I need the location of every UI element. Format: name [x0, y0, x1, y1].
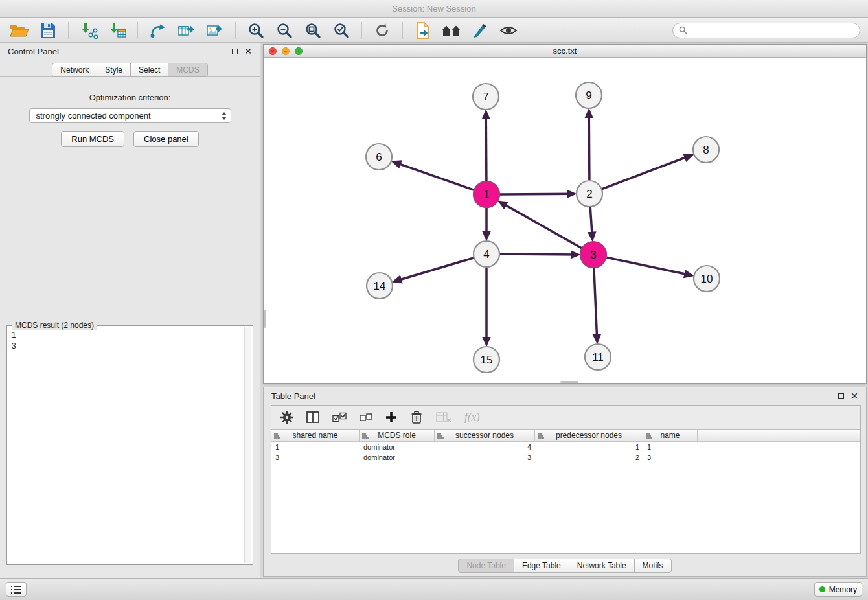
edge-3-11[interactable] [594, 268, 597, 341]
save-session-button[interactable] [36, 20, 60, 41]
column-header-MCDS-role[interactable]: MCDS role [360, 430, 435, 441]
run-mcds-button[interactable]: Run MCDS [61, 131, 124, 147]
search-field[interactable] [672, 23, 860, 38]
table-row[interactable]: 3dominator323 [271, 452, 860, 463]
select-all-button[interactable] [332, 408, 347, 427]
float-table-panel-icon[interactable] [838, 393, 844, 399]
column-edit-icon [274, 432, 280, 441]
search-input[interactable] [691, 26, 854, 35]
paint-style-button[interactable] [468, 20, 492, 41]
control-panel: Control Panel ✕ NetworkStyleSelectMCDS O… [0, 43, 260, 578]
zoom-in-button[interactable] [244, 20, 268, 41]
column-header-predecessor-nodes[interactable]: predecessor nodes [535, 430, 643, 441]
home-layout-button[interactable] [440, 20, 463, 41]
table-cell: 1 [271, 443, 360, 451]
edge-1-7[interactable] [486, 112, 486, 181]
show-columns-button[interactable] [306, 408, 319, 427]
node-8[interactable]: 8 [693, 137, 719, 163]
import-network-button[interactable] [77, 20, 100, 41]
node-1[interactable]: 1 [474, 181, 499, 207]
table-panel-header: Table Panel ✕ [264, 387, 866, 404]
open-session-button[interactable] [8, 20, 31, 41]
table-row[interactable]: 1dominator411 [271, 442, 860, 452]
tab-style[interactable]: Style [97, 63, 131, 77]
new-network-button[interactable] [146, 20, 170, 41]
tab-node-table[interactable]: Node Table [458, 559, 514, 573]
edge-2-9[interactable] [589, 111, 589, 180]
edge-3-1[interactable] [500, 202, 582, 248]
node-9[interactable]: 9 [576, 82, 602, 108]
edge-2-8[interactable] [602, 156, 692, 189]
node-7[interactable]: 7 [473, 84, 499, 110]
column-header-shared-name[interactable]: shared name [271, 430, 360, 441]
node-14[interactable]: 14 [367, 273, 393, 299]
window-titlebar[interactable]: Session: New Session [0, 0, 868, 18]
export-document-button[interactable] [411, 20, 435, 41]
close-window-button[interactable]: × [269, 47, 277, 55]
maximize-window-button[interactable]: + [295, 47, 303, 55]
network-window: × − + scc.txt 7968124314101511 [263, 44, 867, 384]
column-edit-icon [646, 432, 652, 441]
minimize-window-button[interactable]: − [282, 47, 290, 55]
node-3[interactable]: 3 [580, 242, 606, 268]
node-6[interactable]: 6 [366, 144, 392, 170]
edge-3-10[interactable] [607, 257, 692, 275]
delete-table-button[interactable] [436, 408, 451, 427]
column-header-successor-nodes[interactable]: successor nodes [435, 430, 535, 441]
apply-layout-button[interactable] [371, 20, 394, 41]
network-window-titlebar[interactable]: × − + scc.txt [264, 45, 866, 58]
memory-button[interactable]: Memory [814, 582, 862, 597]
table-settings-button[interactable] [280, 408, 293, 427]
result-scrollbar[interactable] [244, 327, 251, 563]
canvas-scroll-handle[interactable] [560, 381, 578, 383]
node-15[interactable]: 15 [474, 347, 499, 373]
edge-1-2[interactable] [500, 194, 574, 194]
column-header-name[interactable]: name [643, 430, 698, 441]
import-table-button[interactable] [106, 20, 129, 41]
import-network-icon [79, 22, 98, 39]
network-graph: 7968124314101511 [264, 58, 866, 384]
close-table-panel-icon[interactable]: ✕ [851, 392, 858, 400]
node-label: 10 [701, 273, 713, 285]
column-header-filler [698, 430, 860, 441]
node-4[interactable]: 4 [474, 241, 499, 267]
zoom-selected-icon [333, 22, 350, 39]
network-canvas[interactable]: 7968124314101511 [264, 58, 866, 383]
close-panel-icon[interactable]: ✕ [244, 47, 252, 55]
table-cell: dominator [360, 454, 435, 461]
show-hide-button[interactable] [497, 20, 520, 41]
export-image-button[interactable] [203, 20, 227, 41]
tab-mcds[interactable]: MCDS [168, 63, 207, 77]
canvas-scroll-handle[interactable] [264, 310, 266, 328]
tab-select[interactable]: Select [130, 63, 168, 77]
node-10[interactable]: 10 [694, 266, 720, 292]
deselect-all-button[interactable] [360, 408, 372, 427]
close-panel-button[interactable]: Close panel [133, 131, 199, 147]
node-2[interactable]: 2 [577, 181, 602, 207]
node-label: 3 [590, 249, 596, 261]
tab-network[interactable]: Network [52, 63, 97, 77]
eye-icon [499, 24, 518, 37]
zoom-selected-button[interactable] [330, 20, 353, 41]
edge-4-3[interactable] [500, 254, 578, 255]
table-cell: dominator [360, 443, 435, 451]
tab-motifs[interactable]: Motifs [634, 559, 672, 573]
function-builder-button[interactable]: f(x) [464, 408, 480, 427]
export-table-button[interactable] [175, 20, 198, 41]
optimization-dropdown[interactable]: strongly connected component [29, 108, 231, 123]
tab-network-table[interactable]: Network Table [569, 559, 635, 573]
add-column-button[interactable] [385, 408, 397, 427]
delete-column-button[interactable] [410, 408, 423, 427]
task-history-button[interactable] [6, 582, 27, 597]
edge-2-3[interactable] [590, 207, 592, 239]
zoom-out-icon [276, 22, 293, 39]
float-panel-icon[interactable] [232, 49, 238, 54]
edge-1-6[interactable] [394, 162, 474, 190]
tab-edge-table[interactable]: Edge Table [514, 559, 569, 573]
node-label: 7 [483, 91, 488, 103]
node-11[interactable]: 11 [585, 344, 611, 370]
edge-4-14[interactable] [394, 258, 474, 281]
zoom-out-button[interactable] [273, 20, 296, 41]
node-label: 11 [592, 351, 604, 363]
zoom-fit-button[interactable] [301, 20, 325, 41]
